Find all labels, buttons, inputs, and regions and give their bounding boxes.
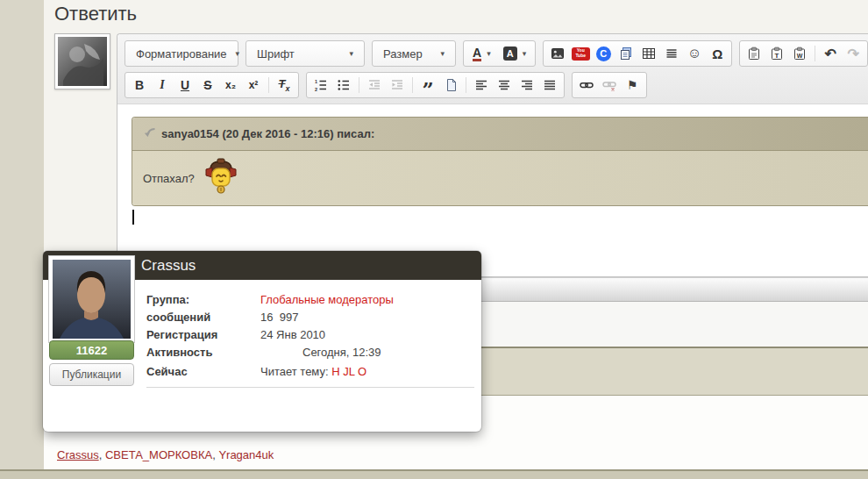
chevron-down-icon: ▾ <box>236 49 240 58</box>
format-group: Форматирование▾ <box>125 40 238 67</box>
reply-arrow-icon <box>143 118 156 150</box>
text-color-icon: A <box>473 46 481 61</box>
anchor-button[interactable]: ⚑ <box>622 75 643 96</box>
bulleted-list-icon <box>337 78 351 92</box>
align-justify-button[interactable] <box>539 75 560 96</box>
smiley-icon: ☺ <box>687 46 701 61</box>
popup-divider <box>146 387 474 388</box>
size-dropdown-label: Размер <box>383 47 423 61</box>
text-cursor <box>132 210 134 225</box>
editor-toolbar: Форматирование▾Шрифт▾Размер▾A▾A▾YouTubeC… <box>117 34 868 104</box>
background-color-icon: A <box>503 46 517 61</box>
profile-field-label: Регистрация <box>146 328 260 341</box>
reputation-badge[interactable]: 11622 <box>49 340 134 360</box>
svg-text:2: 2 <box>315 87 317 92</box>
paste-button[interactable] <box>743 43 765 64</box>
special-character-button[interactable]: Ω <box>707 43 728 64</box>
subscript-button[interactable]: x₂ <box>220 75 241 96</box>
svg-text:W: W <box>797 53 803 59</box>
chevron-down-icon: ▾ <box>487 49 491 58</box>
insert-group: YouTubeC☺Ω <box>543 40 732 67</box>
quoted-message: sanya0154 (20 Дек 2016 - 12:16) писал: О… <box>132 117 868 206</box>
reading-topic-link[interactable]: Н JL О <box>331 365 366 378</box>
blockquote-button[interactable]: ” <box>417 75 438 96</box>
clipboard-icon <box>747 46 761 61</box>
align-right-button[interactable] <box>516 75 537 96</box>
remove-format-button[interactable]: Tx <box>274 75 295 96</box>
stacked-pages-icon <box>619 46 633 61</box>
profile-field-value: Глобальные модераторы <box>260 293 394 306</box>
toolbar-separator <box>815 46 815 61</box>
pages-button[interactable] <box>615 43 637 64</box>
smiley-button[interactable]: ☺ <box>684 43 705 64</box>
div-container-icon <box>444 78 458 92</box>
quote-author-line: sanya0154 (20 Дек 2016 - 12:16) писал: <box>161 118 374 150</box>
horizontal-lines-icon <box>665 46 679 61</box>
forum-page: Ответить Форматирование▾Шрифт▾Размер▾A▾A… <box>0 0 868 479</box>
redo-icon: ↷ <box>847 46 858 62</box>
clipboard-text-icon: T <box>770 46 784 61</box>
strikethrough-button[interactable]: S <box>197 75 218 96</box>
align-left-icon <box>474 78 488 92</box>
page-footer-strip <box>0 469 868 479</box>
superscript-icon: x² <box>249 79 259 91</box>
horizontal-rule-button[interactable] <box>661 43 682 64</box>
anchor-icon: ⚑ <box>627 78 638 92</box>
format-dropdown-label: Форматирование <box>136 47 227 61</box>
profile-field-row: СейчасЧитает тему: Н JL О <box>146 362 474 380</box>
samurai-cat-emoticon <box>203 158 238 199</box>
image-icon <box>551 46 565 61</box>
profile-field-row: сообщений16 997 <box>146 308 474 325</box>
background-color-button[interactable]: A▾ <box>498 43 532 64</box>
rich-text-editor: Форматирование▾Шрифт▾Размер▾A▾A▾YouTubeC… <box>117 33 868 277</box>
coub-button[interactable]: C <box>593 43 614 64</box>
youtube-button[interactable]: YouTube <box>570 43 591 64</box>
align-right-icon <box>520 78 534 92</box>
profile-field-label: сообщений <box>146 311 260 324</box>
popup-user-avatar[interactable] <box>49 256 134 342</box>
link-icon <box>580 78 594 92</box>
remove-format-icon: Tx <box>279 77 290 93</box>
numbered-list-button[interactable]: 12 <box>310 75 331 96</box>
coub-icon: C <box>596 46 611 61</box>
image-button[interactable] <box>547 43 568 64</box>
profile-field-value: 24 Янв 2010 <box>260 328 325 341</box>
size-dropdown[interactable]: Размер▾ <box>376 43 452 64</box>
superscript-button[interactable]: x² <box>243 75 264 96</box>
underline-icon: U <box>181 78 189 92</box>
strikethrough-icon: S <box>203 78 211 92</box>
underline-button[interactable]: U <box>174 75 196 96</box>
align-left-button[interactable] <box>471 75 492 96</box>
quote-text: Отпахал? <box>143 172 195 185</box>
quote-body: Отпахал? <box>132 151 868 205</box>
editor-content-area[interactable]: sanya0154 (20 Дек 2016 - 12:16) писал: О… <box>117 117 868 225</box>
undo-button[interactable]: ↶ <box>820 43 841 64</box>
paste-plain-text-button[interactable]: T <box>766 43 787 64</box>
user-profile-link[interactable]: Yragan4uk <box>218 448 274 461</box>
toolbar-separator <box>412 77 413 93</box>
div-container-button[interactable] <box>440 75 461 96</box>
bold-icon: B <box>135 78 144 92</box>
table-button[interactable] <box>638 43 659 64</box>
toolbar-separator <box>359 77 359 93</box>
format-dropdown[interactable]: Форматирование▾ <box>129 43 234 64</box>
link-button[interactable] <box>576 75 597 96</box>
undo-icon: ↶ <box>824 46 836 62</box>
bold-button[interactable]: B <box>129 75 150 96</box>
user-profile-link[interactable]: СВЕТА_МОРКОВКА <box>105 448 212 461</box>
outdent-icon <box>367 78 381 92</box>
text-color-button[interactable]: A▾ <box>467 43 496 64</box>
publications-button[interactable]: Публикации <box>49 363 134 386</box>
bulleted-list-button[interactable] <box>333 75 354 96</box>
italic-button[interactable]: I <box>152 75 173 96</box>
subscript-icon: x₂ <box>225 79 236 91</box>
chevron-down-icon: ▾ <box>523 49 527 58</box>
profile-field-row: Регистрация24 Янв 2010 <box>146 325 474 343</box>
font-dropdown-label: Шрифт <box>257 47 295 61</box>
chevron-down-icon: ▾ <box>440 49 445 58</box>
font-dropdown[interactable]: Шрифт▾ <box>250 43 360 64</box>
profile-field-value: Читает тему: <box>260 365 331 378</box>
user-profile-link[interactable]: Crassus <box>57 448 99 461</box>
paste-from-word-button[interactable]: W <box>789 43 810 64</box>
align-center-button[interactable] <box>494 75 515 96</box>
